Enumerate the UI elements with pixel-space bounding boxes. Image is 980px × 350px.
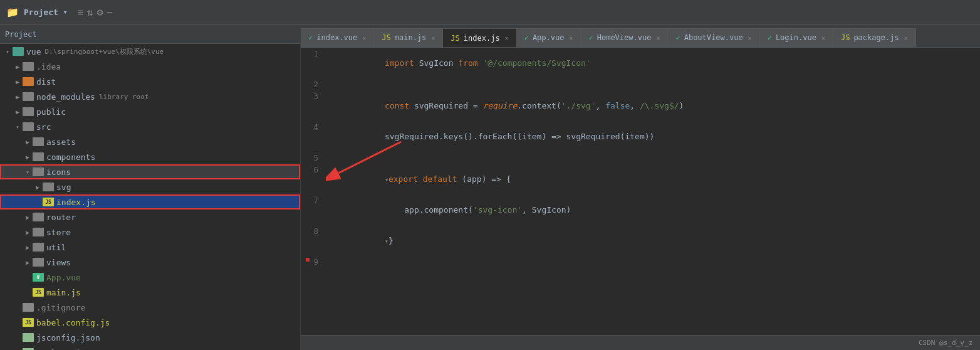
tab-login-vue[interactable]: ✓ Login.vue ✕ xyxy=(760,28,833,47)
js-icon: JS xyxy=(841,33,850,42)
item-label: vue xyxy=(26,47,41,56)
item-label: jsconfig.json xyxy=(36,333,100,342)
line-number: 5 xyxy=(301,152,326,164)
expand-arrow: ▾ xyxy=(23,169,33,176)
expand-arrow: ▾ xyxy=(3,48,13,55)
tree-item-jsconfig[interactable]: jsconfig.json xyxy=(0,330,300,345)
json-file-icon xyxy=(23,333,34,342)
tab-index-js[interactable]: JS index.js ✕ xyxy=(443,28,516,47)
tree-item-util[interactable]: ▶ util xyxy=(0,240,300,255)
tree-item-icons[interactable]: ▾ icons xyxy=(0,164,300,179)
line-content: svgRequired.keys().forEach((item) => svg… xyxy=(326,121,980,152)
code-line-1: 1 import SvgIcon from '@/components/SvgI… xyxy=(301,48,980,78)
tree-item-package-json[interactable]: package.json xyxy=(0,345,300,350)
sidebar-title: Project xyxy=(5,30,37,39)
vue-icon: ✓ xyxy=(308,33,313,42)
tab-app-vue[interactable]: ✓ App.vue ✕ xyxy=(517,28,581,47)
js-icon: JS xyxy=(451,34,459,43)
tree-item-babel-config[interactable]: JS babel.config.js xyxy=(0,315,300,330)
item-label: package.json xyxy=(36,348,95,351)
tab-label: index.js xyxy=(464,34,500,43)
item-label: assets xyxy=(46,137,76,147)
tab-close-button[interactable]: ✕ xyxy=(821,34,825,41)
folder-icon xyxy=(33,137,44,146)
item-label: .gitignore xyxy=(36,303,85,312)
tree-item-components[interactable]: ▶ components xyxy=(0,149,300,164)
tree-item-vue-root[interactable]: ▾ vue D:\springboot+vue\权限系统\vue xyxy=(0,44,300,59)
tab-label: Login.vue xyxy=(776,33,816,42)
code-lines: 1 import SvgIcon from '@/components/SvgI… xyxy=(301,48,980,268)
tree-item-idea[interactable]: ▶ .idea xyxy=(0,59,300,74)
tree-item-assets[interactable]: ▶ assets xyxy=(0,134,300,149)
tab-close-button[interactable]: ✕ xyxy=(656,34,660,41)
editor-area: ✓ index.vue ✕ JS main.js ✕ JS index.js ✕… xyxy=(301,25,980,350)
tab-homeview-vue[interactable]: ✓ HomeView.vue ✕ xyxy=(581,28,668,47)
vue-icon: ✓ xyxy=(675,33,680,42)
vue-icon: ✓ xyxy=(768,33,772,42)
tab-main-js[interactable]: JS main.js ✕ xyxy=(374,28,443,47)
expand-arrow: ▶ xyxy=(13,63,23,70)
tab-close-button[interactable]: ✕ xyxy=(569,34,573,41)
folder-icon xyxy=(43,183,54,191)
code-line-2: 2 xyxy=(301,78,980,90)
tree-item-svg[interactable]: ▶ svg xyxy=(0,179,300,194)
item-label: src xyxy=(36,122,51,132)
vue-file-icon: V xyxy=(33,273,44,282)
tab-close-button[interactable]: ✕ xyxy=(904,34,908,41)
minimize-icon[interactable]: − xyxy=(107,6,113,18)
tree-item-main-js[interactable]: JS main.js xyxy=(0,285,300,300)
folder-icon xyxy=(13,47,24,56)
tab-close-button[interactable]: ✕ xyxy=(505,34,509,41)
folder-icon xyxy=(23,122,34,131)
settings-icon[interactable]: ⚙ xyxy=(97,6,103,18)
tree-item-views[interactable]: ▶ views xyxy=(0,255,300,270)
tree-item-dist[interactable]: ▶ dist xyxy=(0,74,300,89)
tree-item-router[interactable]: ▶ router xyxy=(0,209,300,225)
tab-label: main.js xyxy=(395,33,427,42)
line-number: 3 xyxy=(301,90,326,121)
folder-icon xyxy=(23,92,34,101)
tree-item-app-vue[interactable]: V App.vue xyxy=(0,270,300,285)
title-bar: 📁 Project ▾ ≡ ⇅ ⚙ − xyxy=(0,0,980,25)
expand-arrow: ▶ xyxy=(33,184,43,191)
nav-back-icon[interactable]: ≡ xyxy=(77,6,83,18)
item-label: babel.config.js xyxy=(36,318,110,327)
folder-icon xyxy=(33,258,44,267)
item-label: router xyxy=(46,213,76,222)
tab-label: HomeView.vue xyxy=(597,33,652,42)
item-label: main.js xyxy=(46,288,81,297)
tree-item-node-modules[interactable]: ▶ node_modules library root xyxy=(0,89,300,104)
tree-item-store[interactable]: ▶ store xyxy=(0,225,300,240)
gitignore-file-icon xyxy=(23,303,34,312)
folder-icon xyxy=(23,107,34,116)
folder-icon xyxy=(23,77,34,86)
line-content xyxy=(326,152,980,164)
line-number: 4 xyxy=(301,121,326,152)
nav-forward-icon[interactable]: ⇅ xyxy=(87,6,93,18)
tab-package-js[interactable]: JS package.js ✕ xyxy=(833,28,916,47)
tree-item-public[interactable]: ▶ public xyxy=(0,104,300,119)
code-editor[interactable]: 1 import SvgIcon from '@/components/SvgI… xyxy=(301,48,980,335)
line-number: 6 xyxy=(301,164,326,194)
tree-item-index-js[interactable]: JS index.js xyxy=(0,194,300,209)
code-line-3: 3 const svgRequired = require.context('.… xyxy=(301,90,980,121)
item-label: index.js xyxy=(56,198,96,207)
expand-arrow: ▶ xyxy=(13,109,23,115)
item-label: icons xyxy=(46,167,71,177)
expand-arrow: ▶ xyxy=(13,78,23,85)
tree-item-src[interactable]: ▾ src xyxy=(0,119,300,134)
tab-index-vue[interactable]: ✓ index.vue ✕ xyxy=(301,28,374,47)
line-content: const svgRequired = require.context('./s… xyxy=(326,90,980,121)
item-label: App.vue xyxy=(46,273,81,282)
sidebar-header: Project xyxy=(0,25,300,44)
title-bar-arrow: ▾ xyxy=(63,8,68,16)
tab-close-button[interactable]: ✕ xyxy=(362,34,366,41)
tab-label: index.vue xyxy=(316,33,357,42)
tab-aboutview-vue[interactable]: ✓ AboutView.vue ✕ xyxy=(668,28,759,47)
path-label: D:\springboot+vue\权限系统\vue xyxy=(44,47,164,56)
line-number: 1 xyxy=(301,48,326,78)
tab-close-button[interactable]: ✕ xyxy=(431,34,435,41)
tree-item-gitignore[interactable]: .gitignore xyxy=(0,300,300,315)
expand-arrow: ▶ xyxy=(23,139,33,146)
tab-close-button[interactable]: ✕ xyxy=(748,34,752,41)
